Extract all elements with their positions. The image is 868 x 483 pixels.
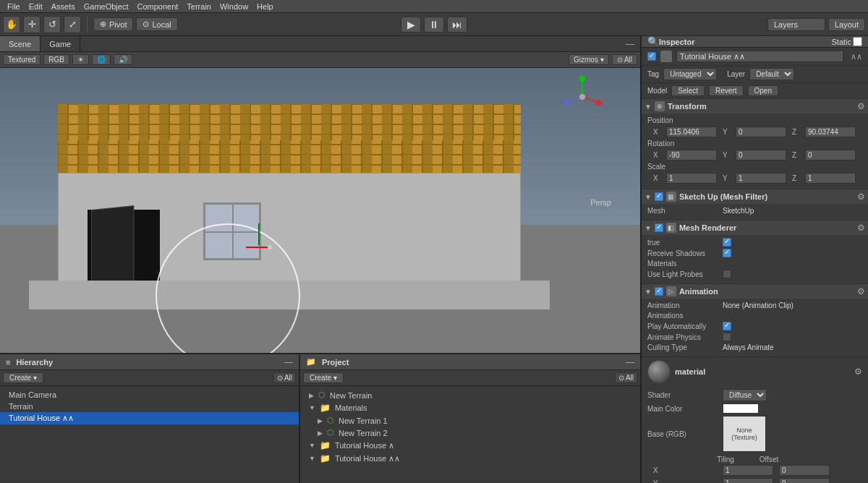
scale-x-input[interactable]	[666, 173, 717, 184]
menu-window[interactable]: Window	[216, 2, 252, 11]
main-color-swatch[interactable]	[723, 403, 759, 414]
tiling-x-input[interactable]	[723, 465, 773, 476]
material-settings-icon[interactable]: ⚙	[854, 367, 862, 377]
sketchup-name: Sketch Up (Mesh Filter)	[679, 192, 767, 201]
pivot-button[interactable]: ⊕ Pivot	[93, 17, 133, 31]
pos-y-input[interactable]	[736, 127, 786, 137]
menu-component[interactable]: Component	[132, 2, 182, 11]
hierarchy-close[interactable]: —	[284, 357, 293, 367]
hierarchy-create-btn[interactable]: Create ▾	[3, 372, 43, 383]
pos-z-input[interactable]	[805, 127, 856, 137]
toolbar-hand-btn[interactable]: ✋	[3, 16, 20, 33]
viewport[interactable]: Y X Z Persp	[0, 68, 640, 353]
audio-btn[interactable]: 🔊	[114, 54, 132, 65]
project-item-4[interactable]: ▼ 📁 Tutorial House ∧	[300, 439, 640, 452]
animation-settings-icon[interactable]: ⚙	[857, 286, 865, 296]
mesh-renderer-header[interactable]: ▼ ◧ Mesh Renderer ⚙	[642, 221, 868, 235]
local-button[interactable]: ⊙ Local	[136, 17, 177, 31]
project-item-1[interactable]: ▼ 📁 Materials	[300, 401, 640, 414]
use-light-probes-checkbox[interactable]	[723, 270, 731, 278]
open-model-btn[interactable]: Open	[748, 85, 778, 96]
project-item-2[interactable]: ▶ ⬡ New Terrain 1	[300, 414, 640, 427]
scene-toolbar: Textured RGB ☀ 🌐 🔊 Gizmos ▾ ⊙ All	[0, 52, 640, 68]
project-all-tag[interactable]: ⊙ All	[615, 372, 637, 383]
scene-tab[interactable]: Scene	[0, 36, 41, 51]
hierarchy-item-house[interactable]: Tutorial House ∧∧	[0, 412, 299, 424]
all-tag-btn[interactable]: ⊙ All	[612, 54, 637, 65]
folder-icon-5: 📁	[320, 453, 331, 463]
hierarchy-item-camera[interactable]: Main Camera	[0, 389, 299, 401]
cast-shadows-checkbox[interactable]	[723, 238, 731, 247]
offset-x-input[interactable]	[779, 465, 830, 476]
game-tab[interactable]: Game	[41, 36, 80, 51]
transform-settings-icon[interactable]: ⚙	[857, 101, 865, 111]
project-icon: 📁	[306, 357, 316, 367]
pause-button[interactable]: ⏸	[424, 17, 444, 33]
use-light-probes-label: Use Light Probes	[647, 270, 720, 278]
shader-select[interactable]: Diffuse	[723, 389, 767, 401]
skybox-btn[interactable]: 🌐	[92, 54, 111, 65]
tag-select[interactable]: Untagged	[663, 68, 717, 80]
hierarchy-item-terrain[interactable]: Terrain	[0, 401, 299, 412]
shader-label: Shader	[647, 391, 720, 399]
toolbar-right: Layers Layout	[767, 18, 865, 31]
terrain-icon-2: ⬡	[327, 416, 334, 425]
layout-dropdown[interactable]: Layout	[828, 18, 865, 31]
play-auto-checkbox[interactable]	[723, 322, 731, 330]
object-header: ∧∧	[642, 48, 868, 66]
sketchup-enabled-checkbox[interactable]	[655, 192, 663, 201]
hierarchy-all-tag[interactable]: ⊙ All	[273, 372, 296, 383]
project-item-0[interactable]: ▶ ⬡ New Terrain	[300, 389, 640, 401]
layers-dropdown[interactable]: Layers	[767, 18, 825, 31]
pos-x-input[interactable]	[666, 127, 717, 137]
menu-file[interactable]: File	[3, 2, 25, 11]
toolbar-rotate-btn[interactable]: ↺	[43, 16, 61, 33]
step-button[interactable]: ⏭	[447, 17, 467, 33]
static-checkbox[interactable]	[853, 37, 862, 46]
tiling-y-input[interactable]	[723, 478, 773, 483]
toolbar-scale-btn[interactable]: ⤢	[64, 16, 81, 33]
project-item-3[interactable]: ▶ ⬡ New Terrain 2	[300, 427, 640, 439]
gizmos-btn[interactable]: Gizmos ▾	[569, 54, 609, 65]
revert-model-btn[interactable]: Revert	[709, 85, 743, 96]
menu-gameobject[interactable]: GameObject	[80, 2, 133, 11]
play-button[interactable]: ▶	[401, 17, 421, 33]
scene-tabs: Scene Game —	[0, 36, 640, 52]
receive-shadows-checkbox[interactable]	[723, 249, 731, 257]
rot-x-input[interactable]	[666, 150, 717, 161]
texture-preview[interactable]: None (Texture)	[723, 416, 766, 452]
animation-header[interactable]: ▼ ▷ Animation ⚙	[642, 284, 868, 299]
rgb-btn[interactable]: RGB	[43, 54, 69, 65]
mesh-renderer-enabled-checkbox[interactable]	[655, 223, 663, 232]
layer-select[interactable]: Default	[749, 68, 794, 80]
sketchup-settings-icon[interactable]: ⚙	[857, 192, 865, 202]
animation-enabled-checkbox[interactable]	[655, 287, 663, 296]
close-icon[interactable]: —	[626, 39, 634, 49]
obj-enabled-checkbox[interactable]	[647, 52, 656, 61]
menu-terrain[interactable]: Terrain	[182, 2, 216, 11]
scale-y-input[interactable]	[736, 173, 786, 184]
menu-assets[interactable]: Assets	[47, 2, 80, 11]
menu-help[interactable]: Help	[252, 2, 278, 11]
project-create-btn[interactable]: Create ▾	[303, 372, 344, 383]
select-model-btn[interactable]: Select	[671, 85, 705, 96]
expand-arrow-0: ▶	[309, 392, 314, 399]
toolbar-move-btn[interactable]: ✛	[23, 16, 41, 33]
object-name-input[interactable]	[676, 51, 843, 62]
menu-edit[interactable]: Edit	[25, 2, 47, 11]
rot-y-input[interactable]	[736, 150, 786, 161]
sketchup-header[interactable]: ▼ ▦ Sketch Up (Mesh Filter) ⚙	[642, 189, 868, 204]
rot-z-input[interactable]	[805, 150, 856, 161]
textured-btn[interactable]: Textured	[3, 54, 41, 65]
scale-z-input[interactable]	[805, 173, 856, 184]
mesh-renderer-body: true Receive Shadows Materials Use Light…	[642, 235, 868, 283]
anim-physics-checkbox[interactable]	[723, 333, 731, 341]
transform-header[interactable]: ▼ ⊕ Transform ⚙	[642, 99, 868, 114]
mesh-renderer-settings-icon[interactable]: ⚙	[857, 223, 865, 233]
offset-y-input[interactable]	[779, 478, 830, 483]
sketchup-body: Mesh SketchUp	[642, 204, 868, 220]
gizmo-dot	[268, 245, 272, 249]
project-item-5[interactable]: ▼ 📁 Tutorial House ∧∧	[300, 452, 640, 465]
light-btn[interactable]: ☀	[72, 54, 89, 65]
project-close[interactable]: —	[626, 357, 634, 367]
